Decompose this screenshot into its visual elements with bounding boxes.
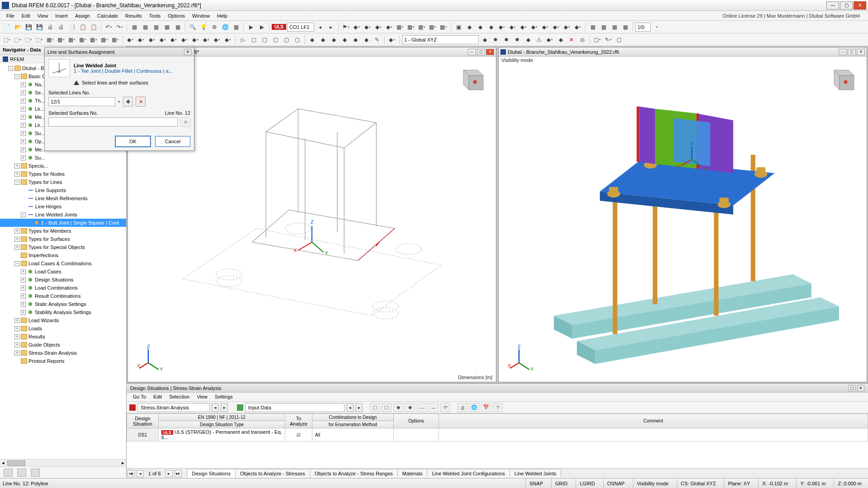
t2k-icon[interactable]: ▦▾ <box>110 35 120 45</box>
t2p-icon[interactable]: ◆▾ <box>169 35 179 45</box>
grid4-icon[interactable]: ▦ <box>162 22 172 32</box>
tree-load-comb[interactable]: +Load Combinations <box>0 284 126 292</box>
t2a-icon[interactable]: ⬚▾ <box>2 35 12 45</box>
t2ae-icon[interactable]: ◆ <box>340 35 349 45</box>
calc2-icon[interactable]: ▶ <box>257 22 267 32</box>
menu-file[interactable]: File <box>3 12 18 19</box>
tab-design-situations[interactable]: Design Situations <box>187 469 236 478</box>
cell-comment[interactable] <box>439 428 868 441</box>
t2ar-icon[interactable]: ✕ <box>566 35 576 45</box>
bp-menu-edit[interactable]: Edit <box>151 394 165 400</box>
tree-line-hinges[interactable]: Line Hinges <box>0 202 126 211</box>
view-right-canvas[interactable]: Visibility mode <box>499 56 867 382</box>
navigator-scrollbar[interactable]: ◂▸ <box>0 459 126 466</box>
x2-icon[interactable]: ◆▾ <box>363 22 373 32</box>
collapse-icon[interactable]: − <box>21 212 26 217</box>
tree-line-supports[interactable]: Line Supports <box>0 186 126 194</box>
x7-icon[interactable]: ▦▾ <box>417 22 427 32</box>
col-ctd-sup[interactable]: Combinations to Design <box>312 414 394 421</box>
status-osnap[interactable]: OSNAP <box>603 479 628 488</box>
world-icon[interactable]: 🌐 <box>220 22 230 32</box>
menu-results[interactable]: Results <box>122 12 146 19</box>
close-button[interactable]: ✕ <box>854 1 866 9</box>
tree-loads[interactable]: +Loads <box>0 324 126 333</box>
view-min-icon[interactable]: — <box>468 49 476 55</box>
bp-btn4-icon[interactable]: ◆ <box>405 403 415 412</box>
menu-window[interactable]: Window <box>189 12 213 19</box>
t2j-icon[interactable]: ▦▾ <box>99 35 109 45</box>
collapse-icon[interactable]: − <box>14 180 19 185</box>
menu-view[interactable]: View <box>34 12 52 19</box>
bp-btn1-icon[interactable]: ▢ <box>370 403 380 412</box>
nav-tab-views-icon[interactable] <box>31 469 40 477</box>
t2ao-icon[interactable]: ⚠ <box>534 35 544 45</box>
view-close-icon[interactable]: ✕ <box>857 49 865 55</box>
menu-assign[interactable]: Assign <box>71 12 94 19</box>
tree-stability[interactable]: +Stability Analysis Settings <box>0 308 126 316</box>
table-icon[interactable]: ▦ <box>231 22 241 32</box>
t2av-icon[interactable]: ▢ <box>614 35 624 45</box>
t2z-icon[interactable]: ▢ <box>281 35 291 45</box>
y5-icon[interactable]: ◆▾ <box>508 22 518 32</box>
t2i-icon[interactable]: ▦▾ <box>89 35 99 45</box>
bp-btn7-icon[interactable]: ⟳ <box>440 403 450 412</box>
tree-load-cases[interactable]: +Load Cases <box>0 267 126 276</box>
col-opt[interactable]: Options <box>394 414 439 428</box>
t2o-icon[interactable]: ◆▾ <box>158 35 168 45</box>
t2af-icon[interactable]: ◆ <box>350 35 360 45</box>
t2ag-icon[interactable]: ◆ <box>361 35 371 45</box>
prev-data-icon[interactable]: ◂ <box>346 403 354 412</box>
menu-tools[interactable]: Tools <box>145 12 164 19</box>
t2e-icon[interactable]: ▦▾ <box>45 35 55 45</box>
minimize-button[interactable]: — <box>826 1 839 9</box>
t2u-icon[interactable]: ◆▾ <box>223 35 233 45</box>
t2ab-icon[interactable]: ◆ <box>307 35 317 45</box>
tree-guide[interactable]: +Guide Objects <box>0 341 126 349</box>
collapse-icon[interactable]: − <box>14 74 19 79</box>
bp-btn6-icon[interactable]: — <box>429 403 439 412</box>
t2al-icon[interactable]: ✹ <box>501 35 511 45</box>
tree-types-surfaces[interactable]: +Types for Surfaces <box>0 235 126 243</box>
view-close-icon[interactable]: ✕ <box>486 49 494 55</box>
t2f-icon[interactable]: ▦▾ <box>56 35 66 45</box>
next-data-icon[interactable]: ▸ <box>355 403 363 412</box>
panel-close-icon[interactable]: ✕ <box>857 385 864 391</box>
tree-types-lines[interactable]: −Types for Lines <box>0 178 126 186</box>
y1-icon[interactable]: ◆ <box>464 22 474 32</box>
addon-combo[interactable]: Stress-Strain Analysis <box>137 403 210 412</box>
new-icon[interactable]: 📄 <box>2 22 12 32</box>
save-icon[interactable]: 💾 <box>24 22 33 32</box>
x5-icon[interactable]: ▦▾ <box>395 22 405 32</box>
t2ai-icon[interactable]: ◆▾ <box>387 35 397 45</box>
cell-ctd[interactable]: All <box>312 428 394 441</box>
bp-menu-goto[interactable]: Go To <box>130 394 149 400</box>
tree-design-sit[interactable]: +Design Situations <box>0 276 126 284</box>
grid2-icon[interactable]: ▦ <box>140 22 150 32</box>
tree-results[interactable]: +Results <box>0 333 126 341</box>
z1-icon[interactable]: ▦ <box>588 22 598 32</box>
data-combo[interactable]: Input Data <box>245 403 344 412</box>
report-icon[interactable]: 📑 <box>67 22 77 32</box>
bp-help-icon[interactable]: ? <box>493 403 503 412</box>
t2aq-icon[interactable]: ◆ <box>556 35 566 45</box>
y3-icon[interactable]: ◆ <box>486 22 496 32</box>
bp-btn3-icon[interactable]: ◆ <box>393 403 403 412</box>
view-right-titlebar[interactable]: Dlubal - Branche_Stahlbau_Verankerung_20… <box>499 47 867 56</box>
next-addon-icon[interactable]: ▸ <box>221 403 228 412</box>
col-ta[interactable]: To Analyze <box>285 414 312 428</box>
maximize-button[interactable]: ▢ <box>840 1 853 9</box>
selected-surfaces-input[interactable] <box>48 117 178 127</box>
tree-imperfections[interactable]: Imperfections <box>0 251 126 259</box>
undo-icon[interactable]: ↶▾ <box>104 22 113 32</box>
panel-max-icon[interactable]: ▢ <box>848 385 855 391</box>
co-combo[interactable]: CO1 LF1 <box>287 23 314 32</box>
tab-last-icon[interactable]: ⏭ <box>175 470 182 477</box>
status-snap[interactable]: SNAP <box>525 479 547 488</box>
cancel-button[interactable]: Cancel <box>155 136 190 147</box>
t2n-icon[interactable]: ◆▾ <box>147 35 157 45</box>
cell-dst[interactable]: ULS ULS (STR/GEO) - Permanent and transi… <box>159 428 285 441</box>
y4-icon[interactable]: ◆▾ <box>497 22 507 32</box>
prev-addon-icon[interactable]: ◂ <box>212 403 219 412</box>
tree-types-members[interactable]: +Types for Members <box>0 227 126 235</box>
t2as-icon[interactable]: ◎ <box>577 35 587 45</box>
